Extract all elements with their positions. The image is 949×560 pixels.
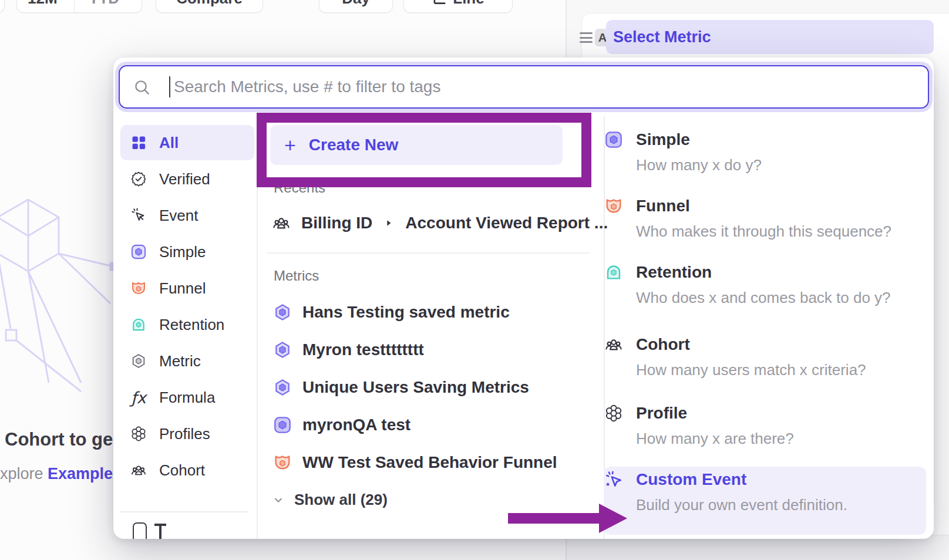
- type-retention[interactable]: Retention: [636, 263, 712, 282]
- select-metric-label: Select Metric: [613, 28, 711, 46]
- category-label: All: [159, 134, 179, 152]
- category-label: Profiles: [159, 425, 210, 443]
- profiles-icon: [604, 404, 623, 423]
- metric-list-item[interactable]: myronQA test: [273, 416, 410, 434]
- category-formula[interactable]: ƒx Formula: [120, 380, 254, 415]
- metric-list-item[interactable]: Unique Users Saving Metrics: [273, 378, 529, 397]
- type-simple[interactable]: Simple: [636, 130, 690, 149]
- funnel-icon: [604, 197, 623, 215]
- category-label: Retention: [159, 316, 224, 334]
- line-chart-icon: [432, 0, 447, 6]
- category-all[interactable]: All: [120, 125, 254, 160]
- granularity-label: Day: [342, 0, 370, 8]
- category-retention[interactable]: Retention: [120, 307, 254, 342]
- annotation-highlight-box: [257, 113, 591, 187]
- canvas-explore-fragment: xplore Example: [0, 465, 113, 483]
- compare-button[interactable]: Compare: [156, 0, 263, 13]
- metric-name: Unique Users Saving Metrics: [302, 378, 529, 397]
- text-caret: [169, 76, 170, 97]
- category-label: Formula: [159, 389, 215, 407]
- recents-metrics-divider: [267, 252, 590, 254]
- metric-list-item[interactable]: Myron testttttttt: [273, 340, 424, 359]
- category-event[interactable]: Event: [120, 198, 254, 233]
- range-12m-button[interactable]: 12M: [17, 0, 68, 8]
- simple-metric-icon: [273, 416, 292, 434]
- example-link[interactable]: Example: [48, 465, 113, 483]
- grid-icon: [130, 134, 147, 151]
- type-simple-desc: How many x do y?: [636, 156, 762, 174]
- select-metric-pill[interactable]: Select Metric: [606, 20, 934, 54]
- granularity-button[interactable]: Day: [319, 0, 393, 13]
- show-all-label: Show all (29): [294, 491, 388, 509]
- screen: { "toolbar": { "range_12m": "12M", "rang…: [0, 0, 949, 560]
- canvas-headline-fragment: Cohort to ge: [5, 429, 113, 450]
- simple-metric-icon: [130, 243, 147, 261]
- metrics-header: Metrics: [274, 268, 319, 284]
- chart-type-label: Line: [453, 0, 484, 8]
- metric-list-item[interactable]: Hans Testing saved metric: [273, 303, 510, 322]
- metric-hexagon-icon: [130, 352, 147, 370]
- metric-list-item[interactable]: WW Test Saved Behavior Funnel: [273, 453, 557, 472]
- triangle-right-icon: [384, 218, 393, 228]
- search-input[interactable]: [119, 65, 929, 109]
- category-label: Cohort: [159, 461, 205, 480]
- hexagon-badge-icon: [273, 303, 292, 322]
- sidebar-section-divider: [120, 511, 248, 512]
- category-verified[interactable]: Verified: [120, 161, 254, 197]
- metric-name: WW Test Saved Behavior Funnel: [302, 453, 557, 472]
- hexagon-badge-icon: [273, 340, 292, 359]
- range-ytd-button[interactable]: YTD: [80, 0, 142, 8]
- type-profile[interactable]: Profile: [636, 404, 687, 423]
- formula-icon: ƒx: [130, 389, 147, 406]
- segment-divider: [74, 0, 75, 12]
- category-label: Event: [159, 207, 198, 225]
- metric-name: Hans Testing saved metric: [302, 303, 510, 322]
- category-metric[interactable]: Metric: [120, 343, 254, 379]
- category-label: Funnel: [159, 279, 206, 298]
- show-all-toggle[interactable]: Show all (29): [272, 491, 388, 509]
- funnel-icon: [130, 279, 147, 297]
- clipped-category-icon: [133, 522, 147, 539]
- chevron-down-icon: [272, 494, 285, 507]
- type-retention-desc: Who does x and comes back to do y?: [636, 289, 891, 306]
- category-label: Verified: [159, 170, 210, 188]
- drag-handle-icon[interactable]: [580, 32, 593, 44]
- retention-icon: [604, 263, 623, 282]
- cohort-icon: [604, 335, 623, 354]
- chevron-down-icon: [123, 0, 133, 4]
- clipped-category-label: [154, 524, 166, 539]
- type-funnel[interactable]: Funnel: [636, 197, 690, 215]
- recent-item-prefix: Billing ID: [301, 214, 372, 232]
- simple-metric-icon: [604, 130, 623, 149]
- search-icon: [133, 78, 152, 97]
- date-range-control[interactable]: 12M YTD: [16, 0, 142, 13]
- hexagon-badge-icon: [273, 378, 292, 397]
- category-funnel[interactable]: Funnel: [120, 271, 254, 306]
- recent-item-name: Account Viewed Report ...: [405, 214, 608, 232]
- recent-item[interactable]: Billing ID Account Viewed Report ...: [272, 214, 608, 232]
- category-profiles[interactable]: Profiles: [120, 416, 254, 451]
- clipped-toolbar-button[interactable]: [0, 0, 5, 13]
- chart-type-button[interactable]: Line: [403, 0, 513, 13]
- range-ytd-label: YTD: [89, 0, 119, 8]
- category-simple[interactable]: Simple: [120, 234, 254, 269]
- category-label: Simple: [159, 243, 206, 261]
- profiles-icon: [130, 425, 147, 443]
- retention-icon: [130, 316, 147, 333]
- search-bar: [119, 65, 929, 109]
- type-profile-desc: How many x are there?: [636, 430, 794, 447]
- metric-name: Myron testttttttt: [302, 340, 424, 359]
- verified-badge-icon: [130, 170, 147, 188]
- type-funnel-desc: Who makes it through this sequence?: [636, 222, 891, 240]
- type-cohort[interactable]: Cohort: [636, 335, 690, 354]
- type-custom-event-desc: Build your own event definition.: [636, 496, 847, 514]
- explore-text-fragment: xplore: [0, 465, 43, 483]
- category-label: Metric: [159, 352, 201, 370]
- custom-event-icon: [604, 470, 623, 489]
- type-custom-event[interactable]: Custom Event: [636, 470, 746, 489]
- compare-label: Compare: [176, 0, 243, 8]
- cohort-icon: [272, 214, 291, 232]
- category-cohort[interactable]: Cohort: [120, 453, 254, 488]
- type-cohort-desc: How many users match x criteria?: [636, 361, 866, 379]
- wireframe-cube-graphic: [0, 189, 122, 394]
